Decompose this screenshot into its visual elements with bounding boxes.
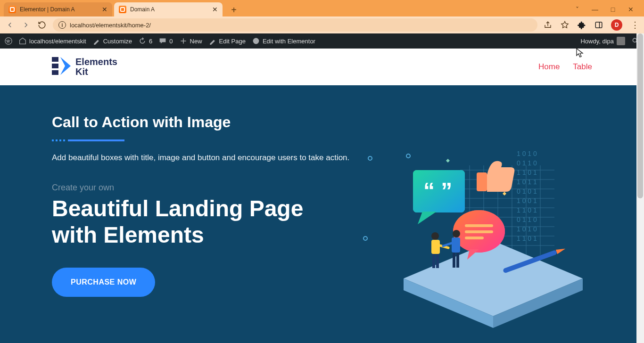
svg-text:0 1 1 0: 0 1 1 0 — [517, 159, 537, 167]
svg-line-44 — [443, 243, 452, 246]
logo-line1: Elements — [75, 57, 117, 67]
svg-rect-38 — [436, 254, 439, 268]
star-icon[interactable] — [560, 20, 570, 30]
browser-tab-active[interactable]: Domain A ✕ — [114, 2, 223, 16]
wp-customize[interactable]: Customize — [93, 37, 132, 45]
minimize-button[interactable]: — — [590, 6, 600, 13]
svg-rect-42 — [453, 253, 455, 268]
logo-line2: Kit — [75, 67, 117, 77]
svg-text:“ ”: “ ” — [423, 178, 452, 203]
cta-heading: Call to Action with Image — [52, 114, 354, 131]
svg-rect-28 — [465, 237, 484, 239]
tab-title: Domain A — [130, 6, 155, 13]
wp-site-name[interactable]: localhost/elementskit — [19, 37, 86, 45]
wp-customize-label: Customize — [103, 38, 132, 45]
wp-updates[interactable]: 6 — [139, 37, 152, 45]
kebab-menu-icon[interactable]: ⋮ — [630, 20, 639, 30]
divider-accent — [52, 139, 354, 141]
svg-rect-41 — [452, 237, 460, 253]
close-icon[interactable]: ✕ — [102, 6, 107, 13]
avatar-letter: D — [615, 22, 619, 28]
svg-point-45 — [406, 154, 410, 158]
back-button[interactable] — [5, 20, 15, 30]
url-text: localhost/elementskit/home-2/ — [70, 22, 151, 29]
svg-rect-36 — [431, 240, 440, 254]
site-info-icon[interactable]: i — [58, 21, 66, 29]
share-icon[interactable] — [543, 20, 553, 30]
sparkle-icon — [363, 236, 368, 241]
hero-pretitle: Create your own — [52, 183, 354, 193]
purchase-button-label: PURCHASE NOW — [71, 278, 136, 286]
wp-new[interactable]: New — [180, 37, 202, 45]
close-icon[interactable]: ✕ — [212, 6, 218, 13]
nav-home[interactable]: Home — [538, 62, 560, 72]
xampp-icon — [8, 6, 16, 13]
svg-point-40 — [453, 230, 460, 237]
sparkle-icon — [368, 156, 372, 161]
window-controls: ˅ — □ ✕ — [572, 2, 640, 16]
hero-title-line1: Beautiful Landing Page — [52, 196, 303, 221]
extensions-icon[interactable] — [577, 20, 586, 30]
svg-text:1 1 0 1: 1 1 0 1 — [517, 206, 537, 214]
svg-rect-27 — [465, 230, 493, 233]
svg-text:0 1 1 0: 0 1 1 0 — [517, 216, 537, 223]
logo-mark-icon — [52, 57, 71, 77]
maximize-button[interactable]: □ — [608, 6, 618, 13]
reload-button[interactable] — [37, 20, 47, 30]
wp-edit-page[interactable]: Edit Page — [209, 37, 246, 45]
wp-edit-elementor[interactable]: Edit with Elementor — [252, 37, 315, 45]
hero-illustration: 1 0 1 00 1 1 0 1 1 0 11 0 1 1 0 1 0 11 0… — [385, 142, 602, 330]
address-bar[interactable]: i localhost/elementskit/home-2/ — [53, 18, 537, 32]
profile-avatar[interactable]: D — [611, 19, 622, 31]
wp-howdy[interactable]: Howdy, dipa — [580, 37, 625, 45]
svg-text:1 0 1 1: 1 0 1 1 — [517, 178, 537, 186]
wp-edit-page-label: Edit Page — [219, 38, 246, 45]
avatar-icon — [617, 37, 625, 45]
svg-text:1 0 0 1: 1 0 0 1 — [517, 197, 537, 204]
svg-point-35 — [431, 232, 439, 240]
hero-title: Beautiful Landing Page with Elements — [52, 196, 354, 249]
svg-text:0 1 0 1: 0 1 0 1 — [517, 188, 537, 195]
tab-title: Elementor | Domain A — [20, 6, 75, 13]
svg-rect-6 — [52, 57, 58, 62]
svg-point-3 — [253, 38, 259, 44]
site-logo[interactable]: Elements Kit — [52, 57, 117, 77]
svg-text:1 0 1 0: 1 0 1 0 — [517, 225, 537, 233]
wp-howdy-label: Howdy, dipa — [580, 38, 614, 45]
browser-tabstrip: Elementor | Domain A ✕ Domain A ✕ + ˅ — … — [0, 0, 644, 16]
svg-rect-8 — [52, 70, 58, 75]
wp-comments[interactable]: 0 — [159, 37, 173, 45]
wp-site-label: localhost/elementskit — [29, 38, 86, 45]
svg-text:1 1 0 1: 1 1 0 1 — [517, 169, 537, 176]
chevron-down-icon[interactable]: ˅ — [572, 6, 582, 13]
forward-button[interactable] — [21, 20, 31, 30]
browser-toolbar: i localhost/elementskit/home-2/ D ⋮ — [0, 16, 644, 33]
svg-marker-32 — [418, 212, 437, 224]
sidepanel-icon[interactable] — [594, 20, 603, 30]
hero-content: Call to Action with Image Add beautiful … — [52, 114, 354, 343]
xampp-icon — [119, 6, 126, 13]
svg-text:1 1 0 1: 1 1 0 1 — [517, 235, 537, 242]
purchase-button[interactable]: PURCHASE NOW — [52, 268, 155, 297]
svg-rect-26 — [465, 224, 493, 227]
svg-rect-43 — [456, 253, 459, 268]
svg-rect-37 — [432, 254, 435, 268]
vertical-scrollbar[interactable] — [636, 33, 644, 343]
svg-text:1 0 1 0: 1 0 1 0 — [517, 150, 537, 157]
logo-text: Elements Kit — [75, 57, 117, 77]
wp-logo-menu[interactable] — [5, 37, 12, 45]
new-tab-button[interactable]: + — [227, 3, 240, 16]
svg-rect-34 — [477, 172, 487, 191]
scrollbar-thumb[interactable] — [637, 33, 643, 198]
wp-edit-elementor-label: Edit with Elementor — [263, 38, 315, 45]
hero-title-line2: with Elements — [52, 222, 204, 247]
wp-updates-count: 6 — [149, 38, 152, 45]
hero-illustration-wrapper: 1 0 1 00 1 1 0 1 1 0 11 0 1 1 0 1 0 11 0… — [354, 114, 592, 343]
wp-admin-bar: localhost/elementskit Customize 6 0 New … — [0, 33, 644, 49]
wp-new-label: New — [190, 38, 202, 45]
browser-tab-inactive[interactable]: Elementor | Domain A ✕ — [4, 2, 112, 16]
wp-comments-count: 0 — [169, 38, 173, 45]
close-window-button[interactable]: ✕ — [626, 6, 636, 13]
nav-table[interactable]: Table — [573, 62, 592, 72]
cta-description: Add beautiful boxes with title, image an… — [52, 152, 354, 164]
